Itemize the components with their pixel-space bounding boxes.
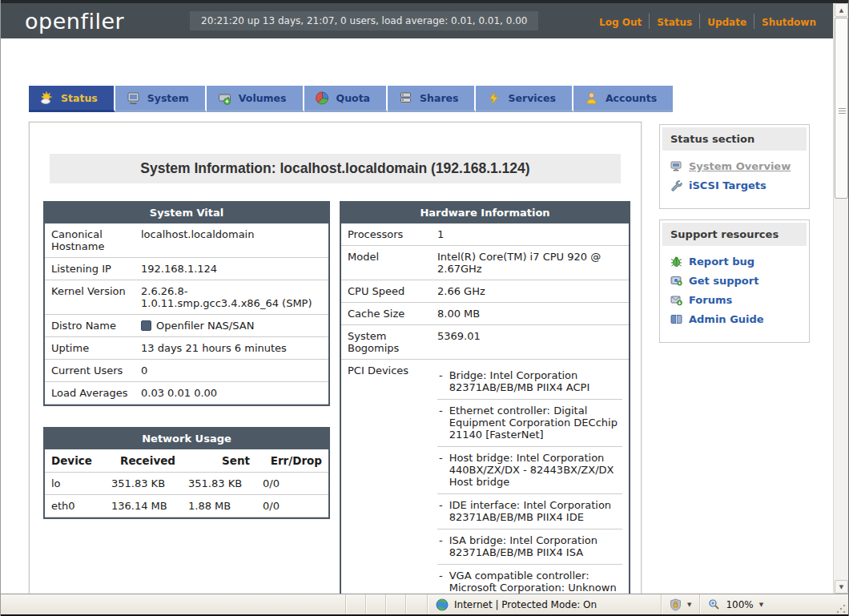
row-value: 13 days 21 hours 6 minutes bbox=[135, 337, 328, 360]
system-overview-link[interactable]: System Overview bbox=[689, 160, 791, 172]
bug-icon bbox=[670, 256, 682, 268]
status-link[interactable]: Status bbox=[657, 17, 692, 28]
col-sent: Sent bbox=[182, 449, 256, 473]
resize-grip[interactable] bbox=[835, 603, 847, 614]
shutdown-item: Shutdown bbox=[754, 14, 823, 29]
lifebuoy-icon bbox=[670, 275, 682, 287]
row-value: 192.168.1.124 bbox=[135, 258, 328, 280]
row-value: 5369.01 bbox=[431, 325, 629, 360]
table-header-row: Device Received Sent Err/Drop bbox=[45, 449, 328, 473]
tab-quota-label: Quota bbox=[336, 92, 371, 104]
row-label: Listening IP bbox=[45, 258, 135, 280]
hardware-info-table: Hardware Information Processors 1 Model … bbox=[340, 201, 630, 616]
server-icon bbox=[399, 91, 412, 105]
zoom-dropdown-caret[interactable]: ▼ bbox=[759, 602, 763, 608]
forums-link[interactable]: Forums bbox=[689, 294, 732, 306]
browser-status-bar: Internet | Protected Mode: On ▼ 100% ▼ bbox=[1, 594, 848, 614]
tab-shares-label: Shares bbox=[420, 92, 458, 104]
main-nav-tabs: Status System Volumes Quota bbox=[29, 86, 673, 112]
table-row: PCI Devices -Bridge: Intel Corporation 8… bbox=[341, 360, 629, 616]
tab-system-label: System bbox=[147, 92, 189, 104]
received-value: 136.14 MB bbox=[105, 495, 182, 517]
tab-services[interactable]: Services bbox=[476, 86, 573, 112]
update-item: Update bbox=[699, 14, 754, 29]
hardware-info-title: Hardware Information bbox=[341, 203, 629, 223]
header-links: Log Out Status Update Shutdown bbox=[592, 14, 823, 29]
table-row: Uptime 13 days 21 hours 6 minutes bbox=[45, 337, 328, 360]
update-link[interactable]: Update bbox=[707, 17, 746, 28]
table-row: Cache Size 8.00 MB bbox=[341, 303, 629, 325]
statusbar-segment bbox=[385, 594, 405, 614]
list-item: -ISA bridge: Intel Corporation 82371AB/E… bbox=[437, 529, 622, 565]
lightning-icon bbox=[487, 91, 501, 105]
monitor-icon bbox=[127, 91, 140, 105]
person-icon bbox=[585, 91, 598, 105]
row-value: 0.03 0.01 0.00 bbox=[135, 382, 328, 405]
col-device: Device bbox=[45, 449, 105, 473]
right-column: Hardware Information Processors 1 Model … bbox=[340, 201, 630, 616]
sent-value: 351.83 KB bbox=[182, 473, 256, 495]
table-row: CPU Speed 2.66 GHz bbox=[341, 280, 629, 303]
security-dropdown-caret[interactable]: ▼ bbox=[687, 602, 691, 608]
tab-system[interactable]: System bbox=[115, 86, 207, 112]
row-label: Load Averages bbox=[45, 382, 135, 405]
distro-icon bbox=[141, 320, 151, 331]
report-bug-link[interactable]: Report bug bbox=[689, 256, 754, 268]
tab-volumes-label: Volumes bbox=[239, 92, 287, 104]
tab-shares[interactable]: Shares bbox=[388, 86, 476, 112]
row-label: Current Users bbox=[45, 360, 135, 382]
logout-link[interactable]: Log Out bbox=[599, 17, 642, 28]
row-label: CPU Speed bbox=[341, 280, 431, 303]
shutdown-link[interactable]: Shutdown bbox=[762, 17, 816, 28]
content-panel: System Information: localhost.localdomai… bbox=[29, 122, 642, 616]
row-label: Kernel Version bbox=[45, 280, 135, 315]
tab-accounts[interactable]: Accounts bbox=[573, 86, 673, 112]
scrollbar-thumb[interactable] bbox=[835, 18, 848, 199]
tab-status-label: Status bbox=[61, 92, 98, 104]
iscsi-targets-link[interactable]: iSCSI Targets bbox=[689, 179, 767, 191]
admin-guide-link[interactable]: Admin Guide bbox=[689, 313, 764, 325]
tab-volumes[interactable]: Volumes bbox=[207, 86, 304, 112]
tab-services-label: Services bbox=[508, 92, 555, 104]
list-item: Get support bbox=[670, 275, 799, 287]
row-label: Processors bbox=[341, 223, 431, 246]
status-section-box: Status section System Overview iSCSI Tar… bbox=[659, 124, 810, 209]
row-label: Model bbox=[341, 246, 431, 280]
internet-zone: Internet | Protected Mode: On bbox=[427, 594, 661, 614]
scrollbar-grip bbox=[839, 108, 846, 114]
col-received: Received bbox=[105, 449, 182, 473]
table-row: Load Averages 0.03 0.01 0.00 bbox=[45, 382, 328, 405]
errdrop-value: 0/0 bbox=[256, 473, 328, 495]
list-item: Forums bbox=[670, 294, 799, 306]
pci-device: Host bridge: Intel Corporation 440BX/ZX/… bbox=[449, 452, 622, 488]
vertical-scrollbar[interactable]: ▲ ▼ bbox=[833, 3, 848, 594]
pci-devices-list: -Bridge: Intel Corporation 82371AB/EB/MB… bbox=[437, 364, 622, 611]
table-row: Kernel Version 2.6.26.8-1.0.11.smp.gcc3.… bbox=[45, 280, 328, 315]
drive-arrow-icon bbox=[218, 91, 231, 105]
page-title: System Information: localhost.localdomai… bbox=[50, 154, 621, 183]
pci-devices-label: PCI Devices bbox=[341, 360, 431, 616]
pci-device: ISA bridge: Intel Corporation 82371AB/EB… bbox=[449, 534, 622, 558]
row-value: 1 bbox=[431, 223, 629, 246]
table-row: System Bogomips 5369.01 bbox=[341, 325, 629, 360]
tab-quota[interactable]: Quota bbox=[304, 86, 388, 112]
statusbar-segment bbox=[345, 594, 365, 614]
support-resources-title: Support resources bbox=[662, 223, 807, 246]
system-vital-title: System Vital bbox=[45, 203, 328, 223]
support-resources-box: Support resources Report bug Get support bbox=[659, 219, 810, 343]
tab-status[interactable]: Status bbox=[29, 86, 115, 112]
network-usage-table: Network Usage Device Received Sent Err/D… bbox=[43, 427, 330, 519]
magnifier-icon bbox=[708, 598, 720, 610]
distro-name: Openfiler NAS/SAN bbox=[156, 320, 254, 332]
uptime-status: 20:21:20 up 13 days, 21:07, 0 users, loa… bbox=[190, 11, 538, 30]
scroll-down-button[interactable]: ▼ bbox=[835, 580, 848, 594]
list-item: -Host bridge: Intel Corporation 440BX/ZX… bbox=[437, 447, 622, 494]
security-zone[interactable]: ▼ bbox=[661, 594, 699, 614]
row-value: Intel(R) Core(TM) i7 CPU 920 @ 2.67GHz bbox=[431, 246, 629, 280]
status-section-links: System Overview iSCSI Targets bbox=[662, 151, 807, 191]
zoom-zone[interactable]: 100% ▼ bbox=[699, 594, 771, 614]
get-support-link[interactable]: Get support bbox=[689, 275, 758, 287]
scroll-up-button[interactable]: ▲ bbox=[835, 3, 848, 17]
errdrop-value: 0/0 bbox=[256, 495, 328, 517]
table-row: eth0 136.14 MB 1.88 MB 0/0 bbox=[45, 495, 328, 517]
